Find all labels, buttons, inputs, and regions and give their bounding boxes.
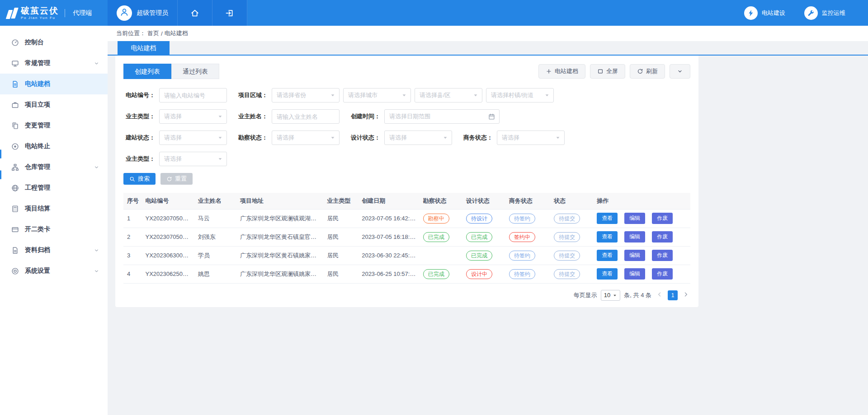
breadcrumb-home-link[interactable]: 首页 [147, 29, 159, 37]
column-header-6: 勘察状态 [420, 193, 462, 209]
breadcrumb-prefix: 当前位置： [116, 29, 146, 37]
refresh-icon [166, 176, 172, 182]
sidebar-item-project-initiation[interactable]: 项目立项 [0, 94, 108, 115]
status-badge: 已完成 [466, 251, 492, 261]
chevron-down-icon [677, 68, 683, 75]
edit-button[interactable]: 编辑 [624, 268, 645, 280]
status-badge: 已完成 [423, 232, 449, 242]
current-page[interactable]: 1 [668, 290, 678, 300]
reset-button[interactable]: 重置 [160, 173, 193, 185]
sidebar-item-station-termination[interactable]: 电站终止 [0, 136, 108, 157]
calendar-icon [488, 113, 495, 120]
status-badge: 设计中 [466, 269, 492, 279]
page-size-select[interactable]: 10 [601, 290, 620, 301]
prev-page-button[interactable] [655, 291, 664, 299]
cell-business-status: 待签约 [505, 209, 550, 228]
fullscreen-button[interactable]: 全屏 [590, 64, 625, 79]
void-button[interactable]: 作废 [652, 268, 673, 280]
logo[interactable]: 破茧云伏 Po Jian Yun Fu 代理端 [0, 0, 108, 26]
sidebar-item-project-settlement[interactable]: 项目结算 [0, 198, 108, 219]
cell-owner: 马云 [194, 209, 236, 228]
void-button[interactable]: 作废 [652, 250, 673, 261]
header-nav-monitoring[interactable]: 监控运维 [804, 6, 845, 20]
home-button[interactable] [178, 0, 212, 26]
owner-name-input[interactable] [272, 109, 340, 124]
filter-label: 业主类型： [123, 112, 155, 121]
button-label: 全屏 [606, 67, 618, 75]
status-badge: 待签约 [509, 251, 535, 261]
cell-survey-status: 已完成 [420, 265, 462, 283]
placeholder-text: 请选择 [389, 134, 407, 142]
edit-button[interactable]: 编辑 [624, 213, 645, 224]
sidebar-item-change-management[interactable]: 变更管理 [0, 115, 108, 136]
design-status-select[interactable]: 请选择 [384, 131, 452, 145]
tab-passed-list[interactable]: 通过列表 [171, 64, 219, 79]
search-button[interactable]: 搜索 [123, 173, 156, 185]
filter-business-status: 商务状态：请选择 [461, 131, 565, 145]
cell-code: YX2023070500011 [142, 209, 194, 228]
sidebar-item-label: 仓库管理 [25, 163, 50, 171]
view-button[interactable]: 查看 [597, 213, 618, 224]
void-button[interactable]: 作废 [652, 213, 673, 224]
edit-button[interactable]: 编辑 [624, 250, 645, 261]
owner-type-2-select[interactable]: 请选择 [159, 152, 227, 166]
next-page-button[interactable] [681, 291, 690, 299]
sidebar-scrollbar-mark [0, 149, 1, 159]
edit-button[interactable]: 编辑 [624, 231, 645, 242]
status-badge: 待提交 [554, 232, 580, 242]
cell-no: 2 [123, 228, 142, 246]
sidebar-item-label: 变更管理 [25, 121, 50, 130]
sidebar-item-console[interactable]: 控制台 [0, 32, 108, 53]
logout-button[interactable] [212, 0, 247, 26]
collapse-button[interactable] [670, 64, 690, 79]
sidebar-item-station-filing[interactable]: 电站建档 [0, 74, 108, 94]
view-button[interactable]: 查看 [597, 250, 618, 261]
tab-create-list[interactable]: 创建列表 [123, 64, 171, 79]
filter-survey-status: 勘察状态：请选择 [236, 131, 340, 145]
refresh-button[interactable]: 刷新 [630, 64, 665, 79]
column-header-0: 序号 [123, 193, 142, 209]
chevron-left-icon [656, 291, 663, 299]
sidebar-item-general-management[interactable]: 常规管理 [0, 53, 108, 74]
project-region-select-1[interactable]: 请选择省份 [272, 88, 340, 103]
sidebar-scrollbar-mark [0, 170, 1, 179]
search-button-label: 搜索 [138, 175, 150, 183]
sidebar-item-label: 电站建档 [25, 80, 50, 88]
status-badge: 待签约 [509, 214, 535, 224]
cell-created: 2023-06-30 22:45:57 [358, 246, 420, 265]
add-station-button[interactable]: 电站建档 [538, 64, 585, 79]
logo-divider [65, 9, 65, 17]
user-menu[interactable]: 超级管理员 [108, 0, 178, 26]
view-button[interactable]: 查看 [597, 268, 618, 280]
dashboard-icon [11, 39, 19, 47]
create-time-date[interactable]: 请选择日期范围 [384, 109, 500, 124]
caret-down-icon [330, 135, 335, 140]
stations-table: 序号电站编号业主姓名项目地址业主类型创建日期勘察状态设计状态商务状态状态操作 1… [123, 193, 690, 284]
build-status-select[interactable]: 请选择 [159, 131, 227, 145]
view-button[interactable]: 查看 [597, 231, 618, 242]
survey-status-select[interactable]: 请选择 [272, 131, 340, 145]
business-status-select[interactable]: 请选择 [497, 131, 565, 145]
placeholder-text: 请选择村镇/街道 [491, 91, 534, 99]
app-root: 破茧云伏 Po Jian Yun Fu 代理端 超级管理员 电站建设监控运维 控… [0, 0, 868, 415]
sidebar-item-engineering-management[interactable]: 工程管理 [0, 177, 108, 198]
list-tabs: 创建列表通过列表 [123, 64, 219, 79]
sidebar-item-warehouse-management[interactable]: 仓库管理 [0, 157, 108, 177]
sidebar-item-type2-card[interactable]: 开二类卡 [0, 219, 108, 240]
page-tab-station-filing[interactable]: 电站建档 [118, 41, 170, 55]
sidebar-item-label: 工程管理 [25, 184, 50, 192]
station-code-input[interactable] [159, 88, 227, 103]
project-region-select-4[interactable]: 请选择村镇/街道 [486, 88, 554, 103]
project-region-select-2[interactable]: 请选择城市 [343, 88, 411, 103]
placeholder-text: 请选择 [277, 134, 294, 142]
placeholder-text: 请选择 [164, 155, 182, 163]
sidebar-item-label: 开二类卡 [25, 225, 50, 233]
table-row: 2YX2023070500010刘强东广东深圳龙华区黄石镇皇官大...居民202… [123, 228, 690, 246]
header-nav-construction[interactable]: 电站建设 [744, 6, 785, 20]
sidebar-item-system-settings[interactable]: 系统设置 [0, 261, 108, 281]
void-button[interactable]: 作废 [652, 231, 673, 242]
owner-type-select[interactable]: 请选择 [159, 109, 227, 124]
sidebar-item-data-archiving[interactable]: 资料归档 [0, 240, 108, 261]
column-header-9: 状态 [550, 193, 593, 209]
project-region-select-3[interactable]: 请选择县/区 [415, 88, 482, 103]
